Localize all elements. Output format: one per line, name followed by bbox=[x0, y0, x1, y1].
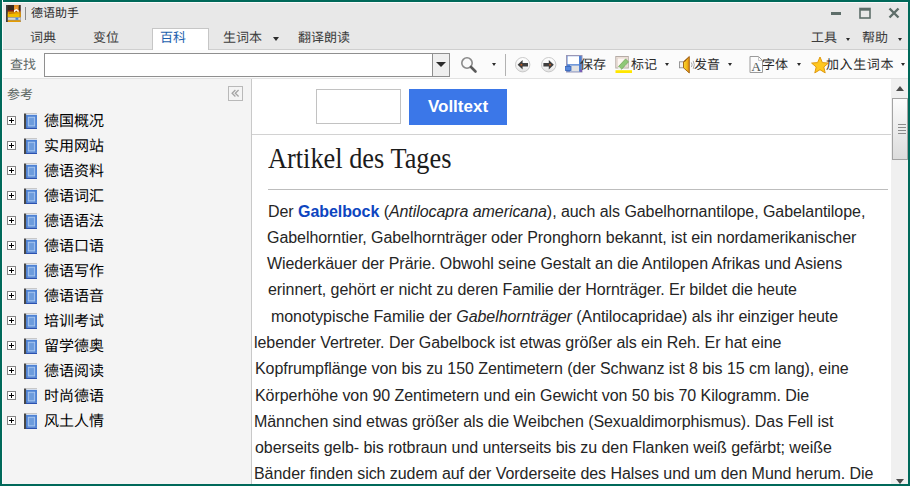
svg-text:A: A bbox=[751, 58, 761, 73]
